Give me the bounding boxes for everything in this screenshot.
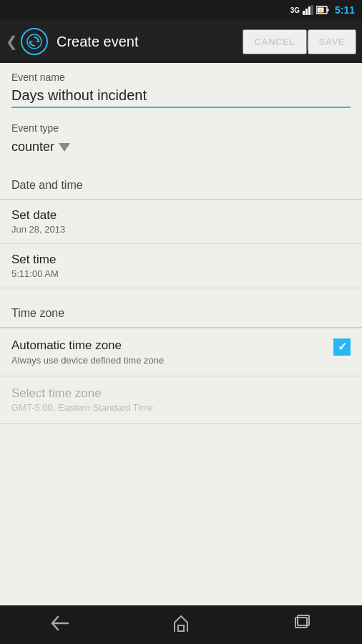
app-bar-actions: CANCEL SAVE [243,29,356,54]
set-time-label: Set time [11,253,351,267]
svg-rect-5 [327,9,328,11]
cancel-button[interactable]: CANCEL [243,29,306,54]
set-time-item[interactable]: Set time 5:11:00 AM [0,244,362,288]
dropdown-arrow-icon [59,143,70,152]
app-bar-title: Create event [57,34,243,50]
checkbox-checkmark: ✓ [338,341,347,353]
svg-rect-1 [305,9,308,15]
app-icon [21,28,48,55]
nav-bar [0,605,362,644]
set-time-value: 5:11:00 AM [11,268,351,279]
status-icons: ⚡ [303,5,329,15]
automatic-timezone-item[interactable]: Automatic time zone Always use device de… [0,328,362,376]
timezone-section: Time zone Automatic time zone Always use… [0,300,362,424]
home-icon [172,614,190,633]
status-bar: 3G ⚡ 5:11 [0,0,362,20]
svg-rect-0 [303,11,305,15]
svg-rect-10 [178,625,184,631]
event-type-value: counter [11,140,54,155]
svg-text:⚡: ⚡ [317,7,324,14]
nav-recent-button[interactable] [293,615,311,635]
select-timezone-item: Select time zone GMT-5:00, Eastern Stand… [0,376,362,424]
back-arrow-icon [51,615,69,631]
recent-apps-icon [293,615,311,632]
event-name-label: Event name [11,72,351,83]
event-type-label: Event type [11,122,351,134]
signal-icon [303,5,314,15]
date-time-section: Date and time Set date Jun 28, 2013 Set … [0,172,362,288]
date-time-section-header: Date and time [0,172,362,199]
event-type-container: Event type counter [0,111,362,160]
event-name-input[interactable] [11,87,351,108]
select-timezone-value: GMT-5:00, Eastern Standard Time [11,402,351,413]
content-area: Event name Event type counter Date and t… [0,63,362,605]
calendar-sync-icon [26,33,43,50]
nav-home-button[interactable] [172,614,190,635]
svg-rect-3 [311,5,313,15]
back-chevron[interactable]: ❮ [6,33,18,50]
automatic-timezone-text: Automatic time zone Always use device de… [11,338,325,366]
network-indicator: 3G [290,6,300,14]
event-type-select[interactable]: counter [11,140,351,155]
battery-icon: ⚡ [316,6,329,14]
status-time: 5:11 [335,4,355,16]
event-name-field: Event name [0,63,362,111]
nav-back-button[interactable] [51,615,69,634]
svg-rect-2 [308,6,310,15]
set-date-item[interactable]: Set date Jun 28, 2013 [0,200,362,244]
set-date-value: Jun 28, 2013 [11,224,351,235]
automatic-timezone-label: Automatic time zone [11,338,325,353]
automatic-timezone-checkbox[interactable]: ✓ [333,338,351,356]
set-date-label: Set date [11,208,351,223]
save-button[interactable]: SAVE [308,29,356,54]
select-timezone-label: Select time zone [11,386,351,401]
timezone-section-header: Time zone [0,300,362,327]
app-bar: ❮ Create event CANCEL SAVE [0,20,362,63]
automatic-timezone-sublabel: Always use device defined time zone [11,355,325,366]
